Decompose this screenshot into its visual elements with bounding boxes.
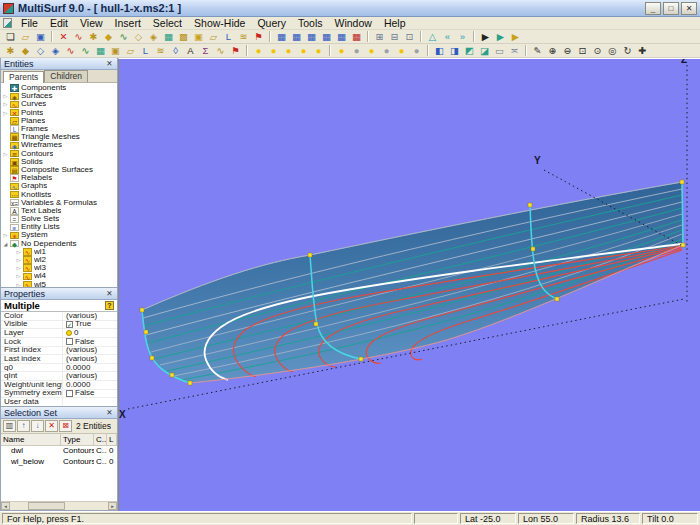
tree-item-points[interactable]: ▷✕Points — [1, 109, 117, 117]
insert-solid-button-icon[interactable]: ▣ — [191, 30, 206, 43]
scroll-right-icon[interactable]: ▸ — [108, 502, 117, 510]
properties-dialog-button-icon[interactable]: ▭ — [492, 44, 507, 57]
filter-frames-button-icon[interactable]: L — [138, 44, 153, 57]
insert-composite-button-icon[interactable]: ▩ — [176, 30, 191, 43]
menu-item-window[interactable]: Window — [329, 17, 378, 29]
move-down-icon[interactable]: ↓ — [31, 420, 44, 432]
tree-item-wl3[interactable]: ▷∿wl3 — [1, 264, 117, 272]
zoom-window-button-icon[interactable]: ⊡ — [575, 44, 590, 57]
duplicate-entity-button-icon[interactable]: ◩ — [462, 44, 477, 57]
show-toggle-button-icon[interactable]: ● — [311, 44, 326, 57]
insert-plane-button-icon[interactable]: ▱ — [206, 30, 221, 43]
filter-graphs-button-icon[interactable]: ∿ — [213, 44, 228, 57]
paste-entity-button-icon[interactable]: ◨ — [447, 44, 462, 57]
checkbox-icon[interactable]: ✓ — [66, 321, 73, 328]
view-layout-single-button-icon[interactable]: ▦ — [274, 30, 289, 43]
control-point-13[interactable] — [681, 243, 685, 247]
view-layout-four-button-icon[interactable]: ▦ — [319, 30, 334, 43]
checkbox-icon[interactable] — [66, 390, 73, 397]
expander-icon[interactable]: ▷ — [14, 264, 23, 272]
save-file-button-icon[interactable]: ▣ — [33, 30, 48, 43]
measure-tool-button-icon[interactable]: △ — [425, 30, 440, 43]
view-close-button-icon[interactable]: ▦ — [349, 30, 364, 43]
mirror-entity-button-icon[interactable]: ◪ — [477, 44, 492, 57]
menu-item-help[interactable]: Help — [378, 17, 412, 29]
entities-close-icon[interactable]: ✕ — [105, 59, 114, 68]
hide-with-children-button-icon[interactable]: ● — [364, 44, 379, 57]
filter-planes-button-icon[interactable]: ▱ — [123, 44, 138, 57]
tab-children[interactable]: Children — [44, 70, 88, 82]
property-value[interactable]: (various) — [63, 372, 117, 380]
tree-item-surfaces[interactable]: ▷◈Surfaces — [1, 92, 117, 100]
tree-item-composite-surfaces[interactable]: ▤Composite Surfaces — [1, 166, 117, 174]
tree-item-relabels[interactable]: ⚑Relabels — [1, 174, 117, 182]
tree-item-wl2[interactable]: ▷∿wl2 — [1, 256, 117, 264]
menu-item-select[interactable]: Select — [147, 17, 188, 29]
filter-text-labels-button-icon[interactable]: A — [183, 44, 198, 57]
tab-parents[interactable]: Parents — [3, 71, 44, 83]
insert-surface-button-icon[interactable]: ▦ — [161, 30, 176, 43]
expander-icon[interactable]: ▷ — [14, 256, 23, 264]
control-point-6[interactable] — [308, 253, 312, 257]
filter-solids-button-icon[interactable]: ▣ — [108, 44, 123, 57]
tree-item-graphs[interactable]: ∿Graphs — [1, 182, 117, 190]
scrollbar-track[interactable] — [10, 502, 108, 510]
expander-icon[interactable]: ▷ — [1, 92, 10, 100]
edit-entity-button-icon[interactable]: ≍ — [507, 44, 522, 57]
tree-item-planes[interactable]: ▱Planes — [1, 117, 117, 125]
control-point-3[interactable] — [150, 356, 154, 360]
tree-item-wireframes[interactable]: ◈Wireframes — [1, 141, 117, 149]
filter-curves-button-icon[interactable]: ∿ — [63, 44, 78, 57]
insert-snake-button-icon[interactable]: ∿ — [116, 30, 131, 43]
menu-item-show-hide[interactable]: Show-Hide — [188, 17, 251, 29]
control-point-9[interactable] — [528, 203, 532, 207]
step-forward-button-icon[interactable]: » — [455, 30, 470, 43]
insert-frame-button-icon[interactable]: L — [221, 30, 236, 43]
column-header-name[interactable]: Name — [1, 434, 61, 445]
view-layout-two-button-icon[interactable]: ▦ — [289, 30, 304, 43]
filter-rings-button-icon[interactable]: ◈ — [48, 44, 63, 57]
control-point-12[interactable] — [680, 180, 684, 184]
hide-others-button-icon[interactable]: ● — [394, 44, 409, 57]
insert-contour-button-icon[interactable]: ≋ — [236, 30, 251, 43]
toggle-ruler-button-icon[interactable]: ⊟ — [387, 30, 402, 43]
filter-magnets-button-icon[interactable]: ◇ — [33, 44, 48, 57]
expander-icon[interactable]: ▷ — [1, 100, 10, 108]
control-point-10[interactable] — [531, 247, 535, 251]
filter-beads-button-icon[interactable]: ◆ — [18, 44, 33, 57]
viewport-canvas[interactable]: ZYX — [119, 59, 700, 511]
tree-item-variables-formulas[interactable]: x=Variables & Formulas — [1, 199, 117, 207]
select-group-button-icon[interactable]: ▶ — [508, 30, 523, 43]
property-value[interactable]: 0.0000 — [63, 364, 117, 372]
property-value[interactable]: (various) — [63, 312, 117, 320]
bow-edge[interactable] — [682, 182, 683, 245]
show-with-children-button-icon[interactable]: ● — [281, 44, 296, 57]
blink-entity-button-icon[interactable]: ● — [409, 44, 424, 57]
delete-entity-button-icon[interactable]: ✕ — [56, 30, 71, 43]
selection-hscrollbar[interactable]: ◂ ▸ — [1, 501, 117, 510]
control-point-1[interactable] — [140, 308, 144, 312]
expander-icon[interactable]: ▷ — [14, 281, 23, 287]
property-value[interactable]: (various) — [63, 355, 117, 363]
property-value[interactable]: 0.0000 — [63, 381, 117, 389]
tree-item-contours[interactable]: ▷≋Contours — [1, 150, 117, 158]
tree-item-frames[interactable]: LFrames — [1, 125, 117, 133]
zoom-fit-button-icon[interactable]: ⊙ — [590, 44, 605, 57]
step-back-button-icon[interactable]: « — [440, 30, 455, 43]
property-value[interactable]: (various) — [63, 346, 117, 354]
zoom-previous-button-icon[interactable]: ◎ — [605, 44, 620, 57]
show-with-parents-button-icon[interactable]: ● — [266, 44, 281, 57]
expander-icon[interactable]: ▷ — [1, 150, 10, 158]
hide-entity-button-icon[interactable]: ● — [334, 44, 349, 57]
hull-surface[interactable] — [142, 182, 683, 383]
column-header-type[interactable]: Type — [61, 434, 94, 445]
document-icon[interactable] — [3, 18, 12, 28]
minimize-button[interactable]: _ — [645, 2, 661, 15]
control-point-4[interactable] — [170, 373, 174, 377]
expander-icon[interactable]: ▷ — [1, 231, 10, 239]
select-entity-button-icon[interactable]: ▶ — [493, 30, 508, 43]
property-value[interactable]: False — [63, 389, 117, 397]
insert-ring-button-icon[interactable]: ◈ — [146, 30, 161, 43]
column-header-l[interactable]: L — [107, 434, 117, 445]
tree-item-solids[interactable]: ▣Solids — [1, 158, 117, 166]
